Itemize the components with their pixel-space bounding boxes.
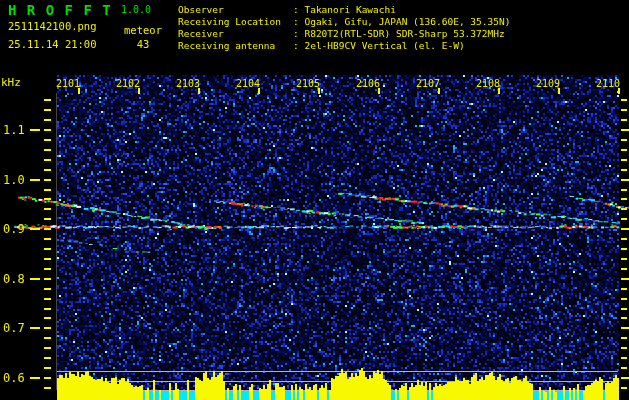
time-label: 2105 [295, 78, 320, 89]
info-value: 2el-HB9CV Vertical (el. E-W) [304, 40, 464, 52]
time-label: 2109 [535, 78, 560, 89]
file-name: 2511142100.png [8, 20, 97, 32]
station-info-row: Receiving antenna: 2el-HB9CV Vertical (e… [178, 40, 510, 52]
freq-label: 1.0 [3, 173, 29, 187]
info-colon: : [293, 40, 304, 52]
app-version: 1.0.0 [121, 4, 151, 15]
app-title: H R O F F T [8, 2, 112, 18]
info-label: Receiving antenna [178, 40, 293, 52]
time-label: 2110 [595, 78, 620, 89]
hrofft-screenshot: { "header": { "app_title": "H R O F F T"… [0, 0, 629, 400]
info-value: Takanori Kawachi [304, 4, 396, 16]
spectrogram-canvas [0, 0, 629, 400]
info-label: Observer [178, 4, 293, 16]
timestamp: 25.11.14 21:00 [8, 38, 97, 50]
echo-count: 43 [120, 38, 166, 50]
time-label: 2102 [115, 78, 140, 89]
time-label: 2104 [235, 78, 260, 89]
freq-unit-label: kHz [1, 76, 21, 89]
info-value: Ogaki, Gifu, JAPAN (136.60E, 35.35N) [304, 16, 510, 28]
freq-label: 0.9 [3, 222, 29, 236]
station-info: Observer: Takanori KawachiReceiving Loca… [178, 4, 510, 52]
info-colon: : [293, 4, 304, 16]
info-label: Receiver [178, 28, 293, 40]
mode-label: meteor [120, 24, 166, 36]
time-label: 2106 [355, 78, 380, 89]
info-value: R820T2(RTL-SDR) SDR-Sharp 53.372MHz [304, 28, 504, 40]
info-colon: : [293, 28, 304, 40]
time-label: 2101 [55, 78, 80, 89]
freq-label: 1.1 [3, 123, 29, 137]
info-label: Receiving Location [178, 16, 293, 28]
time-label: 2103 [175, 78, 200, 89]
time-label: 2107 [415, 78, 440, 89]
station-info-row: Observer: Takanori Kawachi [178, 4, 510, 16]
info-colon: : [293, 16, 304, 28]
station-info-row: Receiver: R820T2(RTL-SDR) SDR-Sharp 53.3… [178, 28, 510, 40]
hrofft-output: H R O F F T 1.0.0 2511142100.png meteor … [0, 0, 629, 400]
freq-label: 0.7 [3, 321, 29, 335]
freq-label: 0.8 [3, 272, 29, 286]
station-info-row: Receiving Location: Ogaki, Gifu, JAPAN (… [178, 16, 510, 28]
time-label: 2108 [475, 78, 500, 89]
freq-label: 0.6 [3, 371, 29, 385]
